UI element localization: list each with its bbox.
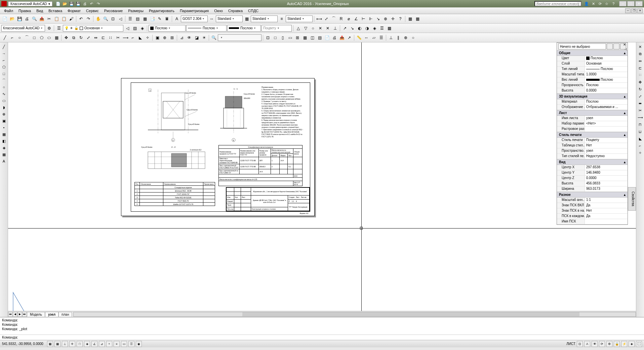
copy-icon[interactable]: 📋 [53, 15, 60, 22]
layout-tab[interactable]: узел [45, 312, 58, 317]
array-icon[interactable]: ∷ [107, 34, 114, 41]
annoscale-icon[interactable]: A [584, 341, 590, 347]
scale-icon[interactable]: ⤢ [637, 93, 643, 99]
vp3-icon[interactable]: ▭ [287, 34, 293, 41]
plot-icon[interactable]: 🖨 [331, 34, 338, 41]
spds-c-icon[interactable]: ◐ [356, 25, 363, 32]
spds-1-icon[interactable]: ▦ [407, 15, 413, 22]
layer-props-icon[interactable]: ☰ [55, 25, 62, 32]
saveas-icon[interactable]: 💾 [75, 1, 81, 7]
explode-icon[interactable]: ✧ [144, 34, 151, 41]
spds-g-icon[interactable]: ▦ [386, 25, 393, 32]
3d-icon[interactable]: ◪ [193, 34, 200, 41]
mtext-icon[interactable]: A [1, 158, 7, 164]
props-value[interactable]: Послою [585, 67, 628, 72]
dist-icon[interactable]: ↔ [363, 34, 370, 41]
signin-icon[interactable]: 👤 [583, 1, 590, 7]
rect-icon[interactable]: □ [1, 71, 7, 77]
exchange-icon[interactable]: ✕ [590, 1, 596, 7]
menu-format[interactable]: Формат [65, 8, 83, 13]
page-icon[interactable]: 📄 [324, 34, 330, 41]
vp2-icon[interactable]: ▯ [279, 34, 286, 41]
props-row[interactable]: Высота456.0833 [557, 181, 628, 186]
props-value[interactable]: 1.0000 [585, 72, 628, 77]
tablestyle-icon[interactable]: ▦ [243, 15, 250, 22]
publish-icon[interactable]: 📤 [38, 15, 45, 22]
props-value[interactable]: 0.0000 [585, 176, 628, 181]
props-row[interactable]: Знак ПСК ВКЛДа [557, 203, 628, 208]
trim-icon[interactable]: ✂ [115, 34, 121, 41]
model-paper-toggle[interactable]: ЛИСТ [566, 342, 575, 346]
match-icon[interactable]: 🖌 [68, 15, 75, 22]
layer-state-icon[interactable]: ▤ [131, 25, 138, 32]
cut-icon[interactable]: ✂ [46, 15, 52, 22]
props-row[interactable]: Таблица стил...Нет [557, 143, 628, 148]
polygon-icon[interactable]: ⬠ [38, 34, 45, 41]
cleanscreen-icon[interactable]: ⛶ [636, 341, 642, 347]
plot-icon[interactable]: 🖨 [24, 15, 30, 22]
calc-icon[interactable]: 🖩 [164, 15, 170, 22]
spds-a-icon[interactable]: ↗ [341, 25, 348, 32]
markup-icon[interactable]: ✎ [156, 15, 163, 22]
menu-view[interactable]: Вид [34, 8, 46, 13]
props-value[interactable]: 963.0173 [585, 186, 628, 191]
undo-icon[interactable]: ↶ [78, 15, 84, 22]
ellipse-arc-icon[interactable]: ◗ [1, 104, 7, 110]
parametric-3-icon[interactable]: ⊕ [402, 34, 409, 41]
gradient-icon[interactable]: ◧ [1, 138, 7, 144]
osnap-mid-icon[interactable]: ▽ [302, 25, 309, 32]
line-icon[interactable]: ╱ [1, 34, 8, 41]
ellipse-icon[interactable]: ⬭ [46, 34, 52, 41]
props-value[interactable]: Послою [585, 56, 628, 61]
props-row[interactable]: Ширина963.0173 [557, 186, 628, 192]
props-row[interactable]: Тип стилей пе...Недоступно [557, 154, 628, 159]
command-input[interactable]: Команда: [0, 335, 644, 340]
toolpalettes-icon[interactable]: ▦ [142, 15, 148, 22]
props-value[interactable]: Отбрасываемая и ... [585, 105, 628, 110]
properties-icon[interactable]: ☰ [127, 15, 133, 22]
qp-toggle[interactable]: ☰ [128, 341, 134, 347]
menu-help[interactable]: Справка [226, 8, 245, 13]
copy-icon[interactable]: ⧉ [637, 51, 643, 57]
point-icon[interactable]: • [1, 125, 7, 131]
vp4-icon[interactable]: ⊞ [294, 34, 301, 41]
props-value[interactable]: Нет [585, 143, 628, 148]
workspace-dropdown[interactable]: Классический AutoCAD ▾ [8, 1, 52, 6]
break-icon[interactable]: ⊓ [637, 121, 643, 128]
array-icon[interactable]: ∷ [637, 72, 643, 78]
props-row[interactable]: Имя ПСК [557, 219, 628, 224]
named-view-dropdown[interactable]: ▾ [218, 34, 261, 41]
block-icon[interactable]: ▣ [154, 34, 161, 41]
menu-parametric[interactable]: Параметризация [177, 8, 211, 13]
spds-f-icon[interactable]: ☰ [378, 25, 385, 32]
list-icon[interactable]: ☰ [378, 34, 385, 41]
doc-minimize-button[interactable]: ─ [625, 8, 631, 13]
props-value[interactable]: Нет [585, 208, 628, 213]
rect-icon[interactable]: □ [31, 34, 38, 41]
scale-icon[interactable]: ⤢ [85, 34, 92, 41]
circle-icon[interactable]: ○ [16, 34, 23, 41]
save-icon[interactable]: 💾 [16, 15, 23, 22]
tab-next-icon[interactable]: ▶ [17, 312, 22, 317]
explode-icon[interactable]: ✧ [637, 150, 643, 156]
ellipse-icon[interactable]: ⬭ [1, 98, 7, 104]
props-row[interactable]: Пространство...узел [557, 148, 628, 154]
props-section-header[interactable]: Лист▴ [557, 110, 628, 116]
menu-spds[interactable]: СПДС [245, 8, 261, 13]
layout-tab[interactable]: план [58, 312, 72, 317]
ml-style-dropdown[interactable]: Standard▾ [286, 15, 313, 22]
layer-dropdown[interactable]: 💡 ☀ 🔓 Основная▾ [63, 25, 123, 32]
save-icon[interactable]: 💾 [69, 1, 75, 7]
props-row[interactable]: Знак ПСК в на...Нет [557, 208, 628, 214]
vp1-icon[interactable]: □ [272, 34, 279, 41]
osnap-node-icon[interactable]: ✕ [317, 25, 324, 32]
annoautoscale-icon[interactable]: ⟳ [599, 341, 605, 347]
snap-toggle[interactable]: ▦ [47, 341, 53, 347]
help-icon[interactable]: ? [397, 15, 404, 22]
props-row[interactable]: ЦветПослою [557, 56, 628, 61]
layer-prev-icon[interactable]: ◁ [124, 25, 131, 32]
tab-first-icon[interactable]: ⏮ [8, 312, 13, 317]
close-button[interactable]: ✕ [635, 1, 643, 6]
undo-icon[interactable]: ↶ [89, 1, 95, 7]
spds-d-icon[interactable]: ◑ [364, 25, 370, 32]
